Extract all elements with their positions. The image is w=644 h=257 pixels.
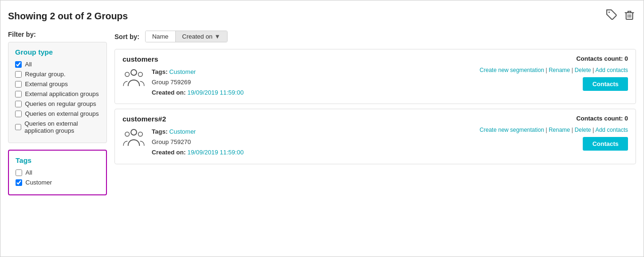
filter-all-label: All <box>25 61 32 68</box>
svg-point-7 <box>139 72 143 77</box>
filter-item-regular: Regular group. <box>15 71 100 78</box>
top-icons <box>605 8 636 24</box>
group-1-details: Tags: Customer Group 759269 Created on: … <box>152 67 244 98</box>
filter-external-label: External groups <box>25 80 68 88</box>
group-2-created-date: 19/09/2019 11:59:00 <box>187 149 244 156</box>
svg-point-6 <box>125 72 130 77</box>
group-2-name: customers#2 <box>122 115 166 123</box>
groups-list: customers Contacts count: 0 <box>114 49 636 164</box>
tags-all-label: All <box>25 169 32 176</box>
filter-ext-app-label: External application groups <box>25 90 99 97</box>
filter-queries-ext-app-label: Queries on external application groups <box>24 120 100 134</box>
group-card-2: customers#2 Contacts count: 0 <box>114 109 636 164</box>
group-2-created-line: Created on: 19/09/2019 11:59:00 <box>152 147 244 158</box>
svg-point-9 <box>125 132 130 137</box>
group-2-info: Tags: Customer Group 759270 Created on: … <box>122 127 244 158</box>
group-2-actions: Create new segmentation | Rename | Delet… <box>480 127 628 151</box>
top-bar: Showing 2 out of 2 Groups <box>8 8 636 24</box>
tags-item-customer: Customer <box>16 179 99 186</box>
filter-label: Filter by: <box>8 31 107 38</box>
group-1-delete-link[interactable]: Delete <box>575 67 591 73</box>
filter-item-ext-app: External application groups <box>15 90 100 97</box>
group-2-rename-link[interactable]: Rename <box>549 127 570 133</box>
filter-queries-ext-checkbox[interactable] <box>15 111 22 117</box>
group-1-number: Group 759269 <box>152 77 244 88</box>
group-2-tag-link[interactable]: Customer <box>169 128 196 135</box>
group-1-icon <box>122 68 145 91</box>
sort-name-btn[interactable]: Name <box>146 31 176 42</box>
tags-filter-box: Tags All Customer <box>8 150 107 195</box>
group-1-contacts-button[interactable]: Contacts <box>583 77 628 91</box>
tags-customer-checkbox[interactable] <box>16 179 22 186</box>
filter-queries-ext-label: Queries on external groups <box>25 110 99 117</box>
sort-label: Sort by: <box>114 33 139 40</box>
group-1-create-segmentation-link[interactable]: Create new segmentation <box>480 67 544 73</box>
filter-item-queries-ext-app: Queries on external application groups <box>15 120 100 134</box>
filter-item-external: External groups <box>15 80 100 88</box>
group-2-number: Group 759270 <box>152 137 244 147</box>
trash-icon-button[interactable] <box>623 8 636 24</box>
group-card-1-body: Tags: Customer Group 759269 Created on: … <box>122 67 628 98</box>
group-2-tags-line: Tags: Customer <box>152 127 244 137</box>
sort-buttons: Name Created on ▼ <box>145 31 228 42</box>
group-2-create-segmentation-link[interactable]: Create new segmentation <box>480 127 544 133</box>
group-1-name: customers <box>122 55 158 63</box>
sort-created-btn[interactable]: Created on ▼ <box>176 31 227 42</box>
main-content: Filter by: Group type All Regular group.… <box>8 31 636 249</box>
group-1-action-links: Create new segmentation | Rename | Delet… <box>480 67 628 73</box>
svg-point-5 <box>131 70 137 75</box>
filter-ext-app-checkbox[interactable] <box>15 91 22 97</box>
group-card-1: customers Contacts count: 0 <box>114 49 636 104</box>
svg-point-8 <box>131 129 137 135</box>
filter-regular-label: Regular group. <box>25 71 65 78</box>
group-2-contacts-count: Contacts count: 0 <box>576 115 628 122</box>
sort-created-label: Created on <box>182 33 212 40</box>
group-1-info: Tags: Customer Group 759269 Created on: … <box>122 67 244 98</box>
filter-external-checkbox[interactable] <box>15 81 22 88</box>
page-title: Showing 2 out of 2 Groups <box>8 11 128 22</box>
group-2-add-contacts-link[interactable]: Add contacts <box>595 127 628 133</box>
group-2-icon <box>122 128 145 151</box>
filter-queries-regular-checkbox[interactable] <box>15 101 22 107</box>
group-1-rename-link[interactable]: Rename <box>549 67 570 73</box>
group-type-title: Group type <box>15 48 100 56</box>
filter-item-all: All <box>15 61 100 68</box>
group-2-action-links: Create new segmentation | Rename | Delet… <box>480 127 628 133</box>
svg-point-0 <box>609 12 610 13</box>
tag-icon-button[interactable] <box>605 8 618 24</box>
group-1-actions: Create new segmentation | Rename | Delet… <box>480 67 628 91</box>
svg-point-10 <box>139 132 143 137</box>
sidebar: Filter by: Group type All Regular group.… <box>8 31 107 249</box>
group-1-add-contacts-link[interactable]: Add contacts <box>595 67 628 73</box>
group-card-2-header: customers#2 Contacts count: 0 <box>122 115 628 123</box>
filter-regular-checkbox[interactable] <box>15 71 22 78</box>
sort-bar: Sort by: Name Created on ▼ <box>114 31 636 42</box>
tags-all-checkbox[interactable] <box>16 169 22 176</box>
group-2-contacts-button[interactable]: Contacts <box>583 137 628 151</box>
tags-title: Tags <box>16 156 99 164</box>
group-2-delete-link[interactable]: Delete <box>575 127 591 133</box>
filter-queries-regular-label: Queries on regular groups <box>25 100 96 107</box>
group-1-created-line: Created on: 19/09/2019 11:59:00 <box>152 88 244 98</box>
group-card-1-header: customers Contacts count: 0 <box>122 55 628 63</box>
filter-all-checkbox[interactable] <box>15 61 22 68</box>
group-1-tags-line: Tags: Customer <box>152 67 244 77</box>
filter-item-queries-ext: Queries on external groups <box>15 110 100 117</box>
tags-customer-label: Customer <box>25 179 52 186</box>
tags-item-all: All <box>16 169 99 176</box>
group-1-created-date: 19/09/2019 11:59:00 <box>187 89 244 96</box>
group-2-details: Tags: Customer Group 759270 Created on: … <box>152 127 244 158</box>
sort-arrow-icon: ▼ <box>214 33 220 40</box>
filter-item-queries-regular: Queries on regular groups <box>15 100 100 107</box>
right-section: Sort by: Name Created on ▼ customers Con… <box>114 31 636 249</box>
group-card-2-body: Tags: Customer Group 759270 Created on: … <box>122 127 628 158</box>
group-1-tag-link[interactable]: Customer <box>169 68 196 75</box>
filter-queries-ext-app-checkbox[interactable] <box>15 124 21 130</box>
group-1-contacts-count: Contacts count: 0 <box>576 55 628 62</box>
group-type-filter-box: Group type All Regular group. External g… <box>8 42 107 143</box>
